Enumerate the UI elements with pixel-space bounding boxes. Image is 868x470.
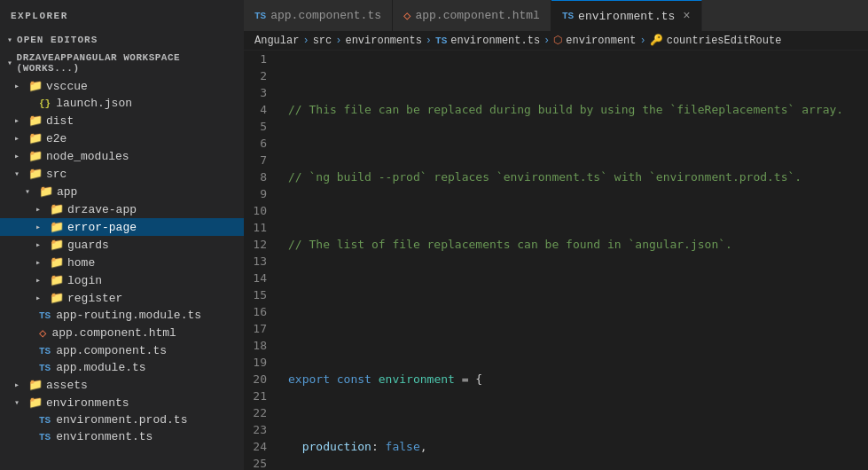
code-line: production: false, <box>288 438 861 455</box>
folder-icon: 📁 <box>28 131 43 145</box>
folder-environments[interactable]: ▾ 📁 environments <box>0 394 244 411</box>
breadcrumb-src: src <box>313 35 332 47</box>
section-label: OPEN EDITORS <box>17 35 98 45</box>
workspace-header[interactable]: ▾ DRZAVEAPPANGULAR WORKSPACE (WORKS...) <box>0 49 244 77</box>
file-label: app-routing.module.ts <box>56 309 201 322</box>
chevron-right-icon: ▸ <box>35 239 46 250</box>
tab-label-active: environment.ts <box>578 10 675 23</box>
folder-icon: 📁 <box>50 202 64 216</box>
breadcrumb-sep: › <box>640 35 646 47</box>
breadcrumb-route-icon: 🔑 <box>650 34 663 47</box>
folder-label: environments <box>46 396 129 410</box>
breadcrumb-sep: › <box>335 35 341 47</box>
tab-app-component-ts[interactable]: TS app.component.ts <box>244 0 393 31</box>
file-label: app.component.ts <box>56 344 167 357</box>
tab-app-component-html[interactable]: ◇ app.component.html <box>393 0 551 31</box>
ts-file-icon: TS <box>39 415 51 426</box>
folder-error-page[interactable]: ▸ 📁 error-page <box>0 218 244 236</box>
folder-label: home <box>67 256 95 270</box>
file-label: environment.ts <box>56 430 152 443</box>
folder-login[interactable]: ▸ 📁 login <box>0 271 244 289</box>
chevron-right-icon: ▸ <box>35 222 46 232</box>
ts-file-icon: TS <box>39 346 51 356</box>
folder-icon: 📁 <box>50 238 64 252</box>
folder-assets[interactable]: ▸ 📁 assets <box>0 376 244 394</box>
chevron-down-icon: ▾ <box>7 58 13 68</box>
folder-dist[interactable]: ▸ 📁 dist <box>0 112 244 129</box>
sidebar: ▾ OPEN EDITORS ▾ DRZAVEAPPANGULAR WORKSP… <box>0 31 244 470</box>
folder-app[interactable]: ▾ 📁 app <box>0 183 244 200</box>
file-environment-ts[interactable]: TS environment.ts <box>0 428 244 445</box>
chevron-right-icon: ▸ <box>14 81 25 91</box>
folder-drzave-app[interactable]: ▸ 📁 drzave-app <box>0 200 244 218</box>
folder-label: src <box>46 168 66 181</box>
ts-icon-active: TS <box>562 11 574 21</box>
folder-label: vsccue <box>46 80 88 93</box>
folder-e2e[interactable]: ▸ 📁 e2e <box>0 129 244 147</box>
folder-home[interactable]: ▸ 📁 home <box>0 254 244 271</box>
breadcrumb-route: countriesEditRoute <box>667 35 782 47</box>
ts-icon: TS <box>254 11 266 21</box>
chevron-right-icon: ▸ <box>14 133 25 144</box>
folder-label: register <box>67 292 122 305</box>
chevron-down-icon: ▾ <box>25 186 35 197</box>
folder-icon: 📁 <box>50 291 64 305</box>
folder-icon: 📁 <box>28 396 43 410</box>
breadcrumb-sep: › <box>302 35 309 47</box>
folder-guards[interactable]: ▸ 📁 guards <box>0 236 244 254</box>
code-editor[interactable]: 1 2 3 4 5 6 7 8 9 10 11 12 13 14 15 16 1 <box>244 51 868 470</box>
file-app-component-html[interactable]: ◇ app.component.html <box>0 324 244 342</box>
breadcrumb-sep: › <box>543 35 550 47</box>
folder-icon: 📁 <box>50 255 64 270</box>
chevron-right-icon: ▸ <box>14 151 25 161</box>
chevron-right-icon: ▸ <box>35 275 46 286</box>
folder-register[interactable]: ▸ 📁 register <box>0 289 244 307</box>
file-launch-json[interactable]: {} launch.json <box>0 95 244 112</box>
file-app-routing[interactable]: TS app-routing.module.ts <box>0 307 244 324</box>
code-line <box>288 303 861 320</box>
breadcrumb-environments: environments <box>345 35 421 47</box>
folder-icon: 📁 <box>28 167 43 181</box>
folder-vsccue[interactable]: ▸ 📁 vsccue <box>0 77 244 95</box>
html-file-icon: ◇ <box>39 325 46 341</box>
tab-label: app.component.html <box>415 9 539 22</box>
ts-file-icon: TS <box>39 432 51 443</box>
code-line: // The list of file replacements can be … <box>288 236 861 253</box>
code-line: export const environment = { <box>288 371 861 388</box>
folder-label: e2e <box>46 132 66 145</box>
chevron-right-icon: ▸ <box>35 257 46 268</box>
chevron-right-icon: ▸ <box>35 293 46 303</box>
folder-label: drzave-app <box>67 203 137 216</box>
folder-icon: 📁 <box>50 273 64 287</box>
json-file-icon: {} <box>39 98 51 109</box>
file-label: app.module.ts <box>56 361 145 374</box>
file-app-component-ts[interactable]: TS app.component.ts <box>0 342 244 359</box>
html-icon: ◇ <box>403 8 411 23</box>
code-line: // `ng build --prod` replaces `environme… <box>288 168 861 185</box>
editor-area: Angular › src › environments › TS enviro… <box>244 31 868 470</box>
folder-icon: 📁 <box>50 220 64 234</box>
file-environment-prod-ts[interactable]: TS environment.prod.ts <box>0 411 244 428</box>
tab-bar: TS app.component.ts ◇ app.component.html… <box>244 0 868 31</box>
open-editors-header[interactable]: ▾ OPEN EDITORS <box>0 31 244 49</box>
ts-file-icon: TS <box>39 310 51 321</box>
tab-close-icon[interactable]: × <box>683 9 690 23</box>
folder-icon: 📁 <box>28 378 43 392</box>
ts-file-icon: TS <box>39 363 51 373</box>
file-label: launch.json <box>56 97 132 110</box>
folder-label: app <box>57 185 77 199</box>
section-label: DRZAVEAPPANGULAR WORKSPACE (WORKS...) <box>17 52 237 74</box>
folder-label: guards <box>67 239 109 252</box>
folder-label: assets <box>46 379 88 392</box>
code-lines: // This file can be replaced during buil… <box>281 51 868 470</box>
folder-node-modules[interactable]: ▸ 📁 node_modules <box>0 147 244 165</box>
chevron-right-icon: ▸ <box>35 204 46 215</box>
folder-src[interactable]: ▾ 📁 src <box>0 165 244 183</box>
folder-label: node_modules <box>46 150 129 163</box>
file-app-module-ts[interactable]: TS app.module.ts <box>0 359 244 376</box>
folder-icon: 📁 <box>28 79 43 93</box>
breadcrumb-file: environment.ts <box>450 35 540 47</box>
tab-environment-ts[interactable]: TS environment.ts × <box>551 0 702 31</box>
breadcrumb-ts-icon: TS <box>435 35 447 46</box>
file-label: app.component.html <box>51 326 176 340</box>
